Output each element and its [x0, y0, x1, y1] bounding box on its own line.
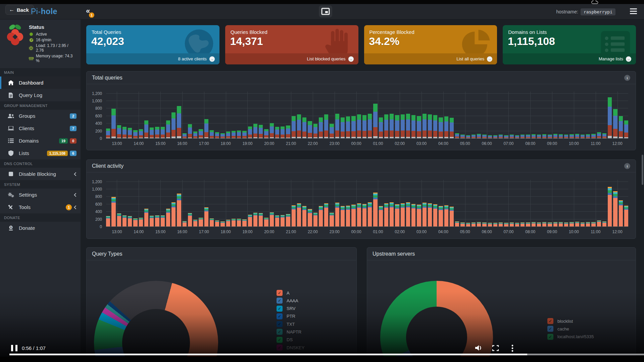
stacked-bar[interactable] [144, 120, 148, 138]
stacked-bar[interactable] [368, 114, 372, 138]
stacked-bar[interactable] [166, 120, 170, 138]
menu-button[interactable] [630, 8, 637, 14]
stacked-bar[interactable] [450, 207, 454, 226]
stacked-bar[interactable] [286, 214, 290, 226]
stacked-bar[interactable] [602, 133, 606, 138]
checkbox-checked-icon[interactable]: ✓ [547, 326, 553, 332]
stacked-bar[interactable] [117, 125, 121, 138]
stacked-bar[interactable] [215, 220, 219, 226]
stacked-bar[interactable] [569, 222, 574, 226]
stacked-bar[interactable] [591, 134, 595, 138]
stacked-bar[interactable] [281, 215, 285, 226]
legend-item-naptr[interactable]: ✓NAPTR [277, 329, 304, 335]
stacked-bar[interactable] [335, 203, 339, 226]
stacked-bar[interactable] [177, 106, 181, 138]
stacked-bar[interactable] [613, 191, 617, 226]
stacked-bar[interactable] [210, 130, 214, 138]
stacked-bar[interactable] [472, 135, 476, 138]
stacked-bar[interactable] [602, 221, 606, 226]
stacked-bar[interactable] [515, 223, 519, 226]
sidebar-item-donate[interactable]: $Donate [0, 222, 81, 234]
stacked-bar[interactable] [166, 209, 170, 226]
stacked-bar[interactable] [106, 128, 110, 138]
stacked-bar[interactable] [597, 132, 601, 138]
stacked-bar[interactable] [504, 223, 508, 226]
picture-in-picture-button[interactable] [319, 5, 332, 17]
stacked-bar[interactable] [155, 215, 159, 226]
stacked-bar[interactable] [379, 117, 383, 138]
stacked-bar[interactable] [302, 117, 306, 138]
checkbox-checked-icon[interactable]: ✓ [547, 334, 553, 340]
stacked-bar[interactable] [477, 222, 481, 226]
legend-item-blocklist[interactable]: ✓blocklist [547, 318, 594, 324]
stacked-bar[interactable] [297, 203, 301, 226]
pause-button[interactable] [11, 345, 17, 351]
stacked-bar[interactable] [499, 135, 503, 138]
stacked-bar[interactable] [532, 222, 536, 226]
stacked-bar[interactable] [499, 222, 503, 226]
stacked-bar[interactable] [341, 117, 345, 138]
stacked-bar[interactable] [373, 104, 377, 138]
stacked-bar[interactable] [144, 209, 148, 226]
stacked-bar[interactable] [220, 221, 225, 226]
stacked-bar[interactable] [575, 134, 579, 138]
stacked-bar[interactable] [106, 216, 110, 226]
summary-card-queries-blocked[interactable]: Queries Blocked14,371List blocked querie… [225, 25, 358, 64]
stacked-bar[interactable] [313, 124, 317, 138]
stacked-bar[interactable] [253, 213, 257, 226]
stacked-bar[interactable] [428, 203, 432, 226]
stacked-bar[interactable] [417, 116, 421, 138]
stacked-bar[interactable] [204, 207, 208, 226]
stacked-bar[interactable] [537, 222, 541, 226]
stacked-bar[interactable] [177, 194, 181, 226]
legend-item-srv[interactable]: ✓SRV [277, 306, 304, 312]
stacked-bar[interactable] [357, 203, 361, 226]
stacked-bar[interactable] [122, 215, 127, 226]
stacked-bar[interactable] [330, 213, 334, 226]
stacked-bar[interactable] [351, 205, 355, 226]
stacked-bar[interactable] [406, 114, 410, 138]
stacked-bar[interactable] [188, 213, 192, 226]
stacked-bar[interactable] [515, 135, 519, 138]
stacked-bar[interactable] [324, 114, 328, 138]
stacked-bar[interactable] [532, 134, 536, 138]
legend-item-a[interactable]: ✓A [277, 290, 304, 296]
back-button[interactable]: ← Back [5, 5, 34, 15]
stacked-bar[interactable] [242, 219, 246, 226]
stacked-bar[interactable] [341, 206, 345, 226]
sidebar-item-groups[interactable]: Groups2 [0, 110, 81, 122]
more-options-button[interactable] [511, 345, 513, 353]
stacked-bar[interactable] [526, 135, 530, 138]
card-footer-link[interactable]: 8 active clients→ [86, 53, 219, 64]
stacked-bar[interactable] [379, 206, 383, 226]
stacked-bar[interactable] [411, 115, 415, 138]
stacked-bar[interactable] [466, 135, 470, 138]
stacked-bar[interactable] [548, 135, 552, 138]
stacked-bar[interactable] [466, 223, 470, 226]
stacked-bar[interactable] [482, 135, 486, 138]
stacked-bar[interactable] [526, 222, 530, 226]
stacked-bar[interactable] [248, 215, 252, 226]
stacked-bar[interactable] [368, 202, 372, 226]
stacked-bar[interactable] [210, 218, 214, 226]
stacked-bar[interactable] [171, 202, 176, 226]
stacked-bar[interactable] [575, 222, 579, 226]
stacked-bar[interactable] [460, 222, 464, 226]
legend-item-localhost-lan-5335[interactable]: ✓localhost.lan#5335 [547, 334, 594, 340]
summary-card-total-queries[interactable]: Total Queries42,0238 active clients→ [86, 25, 219, 64]
stacked-bar[interactable] [619, 200, 623, 226]
stacked-bar[interactable] [564, 135, 568, 138]
stacked-bar[interactable] [504, 135, 508, 138]
stacked-bar[interactable] [472, 222, 476, 226]
legend-item-aaaa[interactable]: ✓AAAA [277, 298, 304, 304]
card-footer-link[interactable]: List blocked queries→ [225, 53, 358, 64]
stacked-bar[interactable] [542, 222, 546, 226]
stacked-bar[interactable] [324, 203, 328, 226]
stacked-bar[interactable] [188, 124, 192, 138]
stacked-bar[interactable] [357, 114, 361, 138]
stacked-bar[interactable] [297, 114, 301, 138]
checkbox-checked-icon[interactable]: ✓ [277, 290, 283, 296]
stacked-bar[interactable] [373, 193, 377, 226]
stacked-bar[interactable] [155, 127, 159, 138]
stacked-bar[interactable] [308, 209, 312, 226]
